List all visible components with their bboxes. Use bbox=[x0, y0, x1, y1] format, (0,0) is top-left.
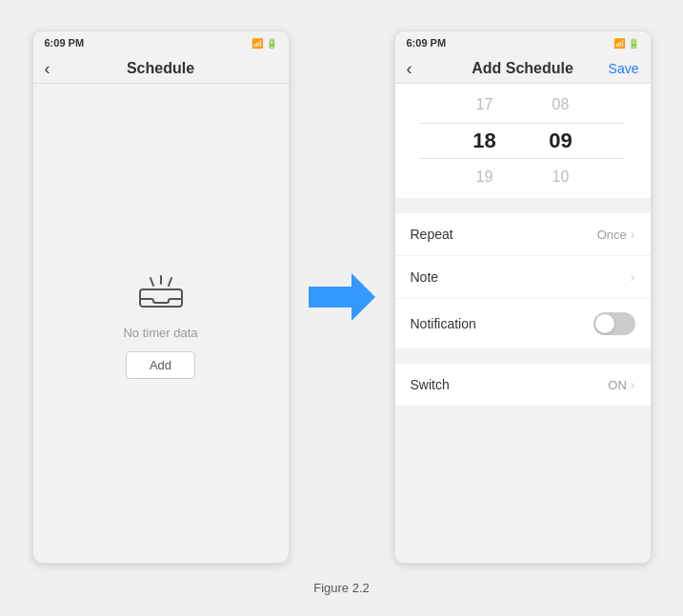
figure-caption: Figure 2.2 bbox=[313, 581, 370, 595]
repeat-value: Once › bbox=[597, 227, 635, 242]
hour-item-18-selected: 18 bbox=[461, 123, 509, 159]
settings-section: Repeat Once › Note › Notification bbox=[395, 213, 651, 348]
svg-line-1 bbox=[151, 278, 153, 286]
switch-section: Switch ON › bbox=[395, 364, 651, 406]
hour-item-19: 19 bbox=[461, 159, 509, 195]
switch-chevron-icon: › bbox=[631, 377, 635, 392]
screen2-status-time: 6:09 PM bbox=[407, 37, 447, 49]
screen1-title: Schedule bbox=[127, 60, 194, 77]
empty-state-icon bbox=[136, 268, 186, 314]
minute-column[interactable]: 08 09 10 bbox=[537, 87, 585, 195]
no-timer-text: No timer data bbox=[123, 326, 197, 340]
arrow-container bbox=[309, 273, 375, 321]
screen2-back-button[interactable]: ‹ bbox=[407, 59, 412, 79]
svg-marker-4 bbox=[309, 273, 375, 321]
switch-value-text: ON bbox=[608, 378, 627, 392]
separator1 bbox=[395, 198, 651, 206]
add-button[interactable]: Add bbox=[126, 351, 195, 379]
svg-line-3 bbox=[169, 278, 171, 286]
repeat-label: Repeat bbox=[411, 227, 453, 242]
battery-icon2: 🔋 bbox=[628, 38, 639, 49]
screen2-nav-bar: ‹ Add Schedule Save bbox=[395, 54, 651, 84]
toggle-knob bbox=[595, 314, 614, 333]
note-row[interactable]: Note › bbox=[395, 256, 651, 299]
minute-item-09-selected: 09 bbox=[537, 123, 585, 159]
screen2-phone: 6:09 PM 📶 🔋 ‹ Add Schedule Save 17 18 19 bbox=[394, 30, 652, 564]
screen2-status-icons: 📶 🔋 bbox=[613, 38, 639, 49]
note-chevron-icon: › bbox=[631, 269, 635, 285]
hour-column[interactable]: 17 18 19 bbox=[461, 87, 509, 195]
switch-label: Switch bbox=[411, 377, 450, 392]
screen1-back-button[interactable]: ‹ bbox=[45, 59, 50, 79]
signal-icon2: 📶 bbox=[613, 38, 625, 49]
screen2-footer bbox=[395, 406, 651, 563]
battery-icon: 🔋 bbox=[266, 38, 277, 49]
repeat-row[interactable]: Repeat Once › bbox=[395, 213, 651, 256]
time-picker-inner: 17 18 19 08 09 10 bbox=[395, 84, 651, 198]
screen1-phone: 6:09 PM 📶 🔋 ‹ Schedule bbox=[32, 30, 290, 564]
screen1-nav-bar: ‹ Schedule bbox=[33, 54, 289, 84]
signal-icon: 📶 bbox=[251, 38, 263, 49]
screen2-status-bar: 6:09 PM 📶 🔋 bbox=[395, 31, 651, 54]
repeat-chevron-icon: › bbox=[631, 227, 635, 242]
time-picker[interactable]: 17 18 19 08 09 10 bbox=[395, 84, 651, 198]
hour-item-17: 17 bbox=[461, 87, 509, 123]
notification-row[interactable]: Notification bbox=[395, 299, 651, 348]
note-value: › bbox=[631, 269, 635, 285]
notification-label: Notification bbox=[411, 316, 476, 331]
screen2-title: Add Schedule bbox=[472, 60, 573, 77]
save-button[interactable]: Save bbox=[609, 61, 639, 76]
switch-row[interactable]: Switch ON › bbox=[395, 364, 651, 406]
note-label: Note bbox=[411, 269, 439, 285]
minute-item-10: 10 bbox=[537, 159, 585, 195]
switch-value: ON › bbox=[608, 377, 634, 392]
repeat-value-text: Once bbox=[597, 228, 627, 242]
minute-item-08: 08 bbox=[537, 87, 585, 123]
screen1-content: No timer data Add bbox=[33, 84, 289, 563]
screen1-status-icons: 📶 🔋 bbox=[251, 38, 277, 49]
screen1-status-bar: 6:09 PM 📶 🔋 bbox=[33, 31, 289, 54]
separator2 bbox=[395, 348, 651, 356]
notification-toggle[interactable] bbox=[593, 312, 635, 335]
screen1-status-time: 6:09 PM bbox=[45, 37, 85, 49]
